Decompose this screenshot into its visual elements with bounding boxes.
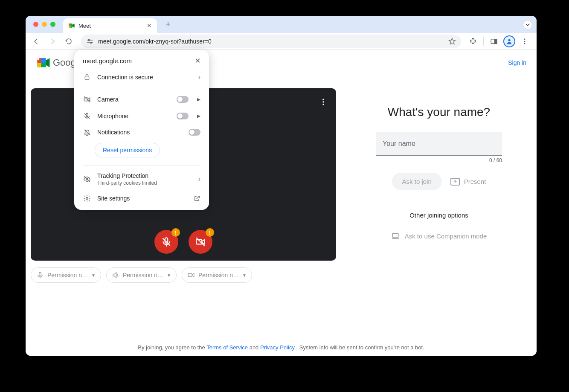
bookmark-button[interactable] — [448, 38, 456, 45]
browser-toolbar: meet.google.com/okr-znyq-soi?authuser=0 — [26, 33, 537, 50]
camera-permission-chip[interactable]: Permission ne… ▼ — [182, 267, 252, 283]
maximize-window-button[interactable] — [50, 22, 55, 27]
open-external-icon — [194, 195, 200, 202]
chevron-down-icon: ▼ — [91, 273, 96, 278]
forward-button[interactable] — [45, 34, 60, 49]
sign-in-link[interactable]: Sign in — [508, 59, 526, 66]
url-text: meet.google.com/okr-znyq-soi?authuser=0 — [98, 38, 444, 45]
svg-rect-2 — [69, 23, 70, 26]
back-button[interactable] — [29, 34, 44, 49]
svg-rect-28 — [39, 272, 41, 276]
svg-point-13 — [524, 41, 525, 42]
permission-chips: Permission ne… ▼ Permission ne… ▼ Permis… — [31, 267, 346, 283]
lock-icon — [83, 74, 91, 81]
svg-point-11 — [508, 39, 510, 41]
camera-permission-row: Camera ▸ — [74, 91, 209, 107]
svg-rect-30 — [188, 273, 192, 277]
ask-to-join-button[interactable]: Ask to join — [392, 173, 442, 190]
minimize-window-button[interactable] — [42, 22, 47, 27]
svg-point-42 — [86, 197, 88, 200]
svg-point-7 — [90, 42, 92, 43]
microphone-toggle[interactable] — [177, 113, 189, 119]
speaker-permission-chip[interactable]: Permission ne… ▼ — [106, 267, 177, 283]
svg-point-20 — [322, 99, 324, 100]
speaker-icon — [112, 271, 119, 279]
mic-alert-badge: ! — [171, 228, 180, 237]
svg-point-22 — [322, 104, 324, 105]
present-icon — [450, 178, 460, 186]
address-bar[interactable]: meet.google.com/okr-znyq-soi?authuser=0 — [81, 35, 461, 48]
toolbar-separator — [483, 37, 484, 46]
gear-icon — [83, 195, 91, 202]
camera-off-icon — [83, 96, 91, 103]
chevron-right-icon[interactable]: ▸ — [197, 95, 200, 103]
close-window-button[interactable] — [33, 22, 38, 27]
microphone-permission-row: Microphone ▸ — [74, 107, 209, 124]
microphone-icon — [36, 271, 44, 279]
camera-alert-badge: ! — [206, 228, 214, 237]
separator — [83, 88, 200, 88]
tab-bar: Meet ✕ + — [26, 16, 537, 33]
char-count: 0 / 60 — [489, 157, 502, 163]
svg-line-35 — [84, 96, 90, 102]
tab-meet[interactable]: Meet ✕ — [63, 18, 157, 33]
eye-off-icon — [83, 175, 91, 183]
tab-search-button[interactable] — [523, 20, 532, 29]
connection-secure-row[interactable]: Connection is secure › — [74, 69, 209, 85]
window-controls — [30, 22, 59, 27]
new-tab-button[interactable]: + — [162, 18, 174, 30]
chevron-right-icon: › — [198, 73, 200, 81]
tab-close-button[interactable]: ✕ — [147, 22, 152, 29]
chevron-right-icon[interactable]: ▸ — [197, 112, 200, 120]
reload-button[interactable] — [61, 34, 76, 49]
mic-toggle-button[interactable]: ! — [154, 230, 178, 254]
tos-link[interactable]: Terms of Service — [206, 344, 248, 351]
laptop-icon — [391, 232, 400, 240]
svg-line-27 — [196, 238, 205, 246]
svg-rect-33 — [85, 77, 89, 80]
svg-rect-31 — [392, 233, 398, 237]
svg-point-14 — [524, 43, 525, 44]
camera-toggle[interactable] — [177, 96, 189, 103]
chevron-down-icon: ▼ — [242, 273, 247, 278]
separator — [83, 165, 200, 166]
privacy-link[interactable]: Privacy Policy — [260, 344, 295, 351]
site-settings-row[interactable]: Site settings — [74, 190, 209, 206]
svg-point-5 — [88, 39, 90, 41]
notifications-toggle[interactable] — [189, 129, 200, 136]
companion-mode-button[interactable]: Ask to use Companion mode — [391, 232, 487, 240]
site-info-button[interactable] — [86, 38, 94, 45]
bell-off-icon — [83, 128, 91, 136]
notifications-permission-row: Notifications — [74, 124, 209, 140]
mic-permission-chip[interactable]: Permission ne… ▼ — [31, 267, 101, 283]
svg-rect-19 — [41, 58, 46, 63]
tracking-protection-row[interactable]: Tracking Protection Third-party cookies … — [74, 168, 209, 190]
tab-title: Meet — [78, 23, 91, 29]
popover-close-button[interactable]: ✕ — [195, 57, 200, 65]
extensions-button[interactable] — [466, 35, 480, 48]
camera-toggle-button[interactable]: ! — [189, 230, 212, 254]
other-options-label: Other joining options — [409, 212, 468, 219]
svg-point-12 — [524, 38, 525, 40]
browser-window: Meet ✕ + meet.google.com/okr-znyq-soi?au… — [26, 16, 537, 356]
site-info-popover: meet.google.com ✕ Connection is secure ›… — [74, 50, 209, 210]
microphone-off-icon — [83, 112, 91, 120]
meet-logo-icon — [36, 55, 51, 70]
camera-icon — [187, 271, 195, 279]
preview-more-button[interactable] — [319, 98, 328, 106]
chevron-right-icon: › — [198, 175, 200, 183]
profile-button[interactable] — [502, 35, 516, 48]
reset-permissions-button[interactable]: Reset permissions — [95, 143, 160, 157]
present-button[interactable]: Present — [450, 178, 486, 186]
meet-favicon-icon — [68, 22, 75, 29]
browser-menu-button[interactable] — [518, 35, 531, 48]
footer-text: By joining, you agree to the Terms of Se… — [26, 344, 537, 351]
popover-site: meet.google.com — [83, 57, 132, 64]
name-question: What's your name? — [388, 105, 490, 119]
chevron-down-icon: ▼ — [167, 273, 171, 278]
svg-point-21 — [322, 101, 324, 102]
svg-rect-10 — [495, 39, 497, 44]
sidepanel-button[interactable] — [487, 35, 501, 48]
name-input[interactable] — [376, 132, 502, 156]
